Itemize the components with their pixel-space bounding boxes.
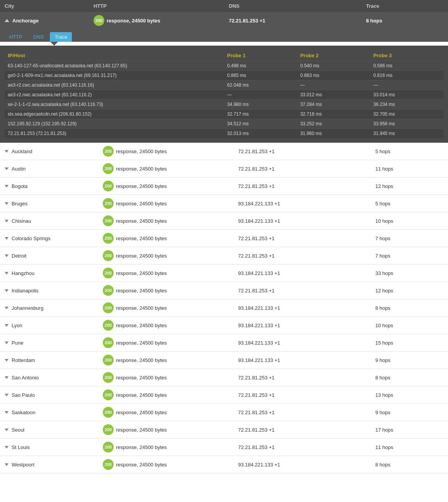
http-badge: 200	[103, 215, 114, 226]
city-row[interactable]: Lyon 200 response, 24500 bytes 93.184.22…	[0, 317, 448, 334]
http-text: response, 24500 bytes	[116, 427, 167, 433]
dns-cell: 93.184.221.133 +1	[233, 317, 371, 334]
http-badge: 200	[103, 250, 114, 261]
http-text: response, 24500 bytes	[116, 323, 167, 328]
http-cell: 200 response, 24500 bytes	[98, 404, 233, 421]
city-name: Bruges	[12, 201, 27, 207]
trace-p2: 31.960 ms	[297, 129, 370, 138]
http-text: response, 24500 bytes	[116, 357, 167, 363]
city-name: Hangzhou	[12, 270, 34, 276]
city-name: Pune	[12, 340, 23, 346]
anchorage-http-cell: 200 response, 24500 bytes	[94, 15, 229, 26]
city-cell: Austin	[0, 160, 98, 178]
http-cell: 200 response, 24500 bytes	[98, 386, 233, 404]
collapse-icon	[5, 237, 9, 240]
trace-cell: 13 hops	[371, 386, 448, 404]
http-badge: 200	[103, 320, 114, 331]
trace-p3: 0.816 ms	[370, 71, 443, 80]
city-cell: Auckland	[0, 143, 98, 160]
header-http: HTTP	[94, 3, 229, 9]
city-row[interactable]: Bogota 200 response, 24500 bytes 72.21.8…	[0, 178, 448, 195]
trace-p3: 33.958 ms	[370, 119, 443, 129]
trace-cell: 8 hops	[371, 456, 448, 473]
trace-cell: 8 hops	[371, 369, 448, 386]
http-badge: 200	[103, 163, 114, 174]
trace-p3: 31.945 ms	[370, 129, 443, 138]
city-name: Rotterdam	[12, 357, 35, 363]
tab-dns[interactable]: DNS	[29, 32, 48, 42]
city-row[interactable]: Indianapolis 200 response, 24500 bytes 7…	[0, 282, 448, 299]
city-row[interactable]: Johannesburg 200 response, 24500 bytes 9…	[0, 299, 448, 317]
http-badge: 200	[103, 181, 114, 191]
http-text: response, 24500 bytes	[116, 462, 167, 468]
http-badge: 200	[103, 146, 114, 157]
city-cell: Seoul	[0, 421, 98, 439]
collapse-icon	[5, 202, 9, 205]
trace-cell: 17 hops	[371, 421, 448, 439]
city-row[interactable]: San Antonio 200 response, 24500 bytes 72…	[0, 369, 448, 386]
http-cell: 200 response, 24500 bytes	[98, 178, 233, 195]
city-name: Austin	[12, 166, 26, 172]
trace-detail: IP/Host Probe 1 Probe 2 Probe 3 63-140-1…	[0, 46, 448, 143]
http-badge: 200	[103, 355, 114, 365]
anchorage-trace: 8 hops	[366, 18, 443, 24]
trace-row: 152.195.92.129 (152.195.92.129) 34.512 m…	[5, 119, 443, 129]
http-text: response, 24500 bytes	[116, 410, 167, 415]
anchorage-row[interactable]: Anchorage 200 response, 24500 bytes 72.2…	[0, 12, 448, 29]
city-row[interactable]: Rotterdam 200 response, 24500 bytes 93.1…	[0, 352, 448, 369]
city-cell: Rotterdam	[0, 352, 98, 369]
trace-host: xe-2-1-1-r2.sea.acsalaska.net (63.140.11…	[5, 100, 224, 109]
city-row[interactable]: Sao Paulo 200 response, 24500 bytes 72.2…	[0, 386, 448, 404]
city-row[interactable]: Seoul 200 response, 24500 bytes 72.21.81…	[0, 421, 448, 439]
anchorage-http-badge: 200	[94, 15, 104, 26]
dns-cell: 93.184.221.133 +1	[233, 352, 371, 369]
collapse-icon	[5, 167, 9, 170]
city-name: Johannesburg	[12, 305, 43, 311]
http-badge: 200	[103, 407, 114, 418]
trace-p2: 32.718 ms	[297, 109, 370, 119]
collapse-icon	[5, 324, 9, 327]
trace-cell: 10 hops	[371, 212, 448, 230]
collapse-icon	[5, 289, 9, 292]
http-text: response, 24500 bytes	[116, 201, 167, 207]
cities-table: Auckland 200 response, 24500 bytes 72.21…	[0, 143, 448, 473]
dns-cell: 72.21.81.253 +1	[233, 404, 371, 421]
trace-p1: 0.865 ms	[224, 71, 297, 80]
collapse-icon	[5, 394, 9, 396]
trace-row: 63-140-127-65-unallocated.acsalaska.net …	[5, 61, 443, 71]
trace-row: ae3-r2.cwc.acsalaska.net (63.140.116.16)…	[5, 80, 443, 90]
city-row[interactable]: Austin 200 response, 24500 bytes 72.21.8…	[0, 160, 448, 178]
trace-p1: 62.048 ms	[224, 80, 297, 90]
trace-host: ae3-r2.nwc.acsalaska.net (63.140.116.2)	[5, 90, 224, 100]
trace-cell: 7 hops	[371, 247, 448, 265]
city-row[interactable]: Auckland 200 response, 24500 bytes 72.21…	[0, 143, 448, 160]
collapse-icon	[5, 359, 9, 362]
tab-trace[interactable]: Trace	[50, 32, 72, 42]
http-cell: 200 response, 24500 bytes	[98, 334, 233, 352]
http-text: response, 24500 bytes	[116, 270, 167, 276]
city-row[interactable]: St Louis 200 response, 24500 bytes 72.21…	[0, 439, 448, 456]
city-row[interactable]: Colorado Springs 200 response, 24500 byt…	[0, 230, 448, 247]
city-row[interactable]: Saskatoon 200 response, 24500 bytes 72.2…	[0, 404, 448, 421]
table-header: City HTTP DNS Trace	[0, 0, 448, 12]
http-text: response, 24500 bytes	[116, 375, 167, 381]
city-cell: San Antonio	[0, 369, 98, 386]
city-row[interactable]: Bruges 200 response, 24500 bytes 93.184.…	[0, 195, 448, 212]
trace-cell: 11 hops	[371, 160, 448, 178]
http-badge: 200	[103, 285, 114, 296]
city-row[interactable]: Detroit 200 response, 24500 bytes 72.21.…	[0, 247, 448, 265]
tab-pointer	[50, 42, 58, 46]
city-row[interactable]: Pune 200 response, 24500 bytes 93.184.22…	[0, 334, 448, 352]
city-row[interactable]: Hangzhou 200 response, 24500 bytes 93.18…	[0, 265, 448, 282]
tab-http[interactable]: HTTP	[5, 32, 27, 42]
city-row[interactable]: Chisinau 200 response, 24500 bytes 93.18…	[0, 212, 448, 230]
trace-p3: 36.234 ms	[370, 100, 443, 109]
trace-col-p3: Probe 3	[370, 50, 443, 61]
http-cell: 200 response, 24500 bytes	[98, 212, 233, 230]
city-name: Auckland	[12, 149, 32, 154]
collapse-icon	[5, 220, 9, 222]
http-badge: 200	[103, 459, 114, 470]
city-row[interactable]: Westpoort 200 response, 24500 bytes 93.1…	[0, 456, 448, 473]
city-name: Westpoort	[12, 462, 34, 468]
http-text: response, 24500 bytes	[116, 166, 167, 172]
